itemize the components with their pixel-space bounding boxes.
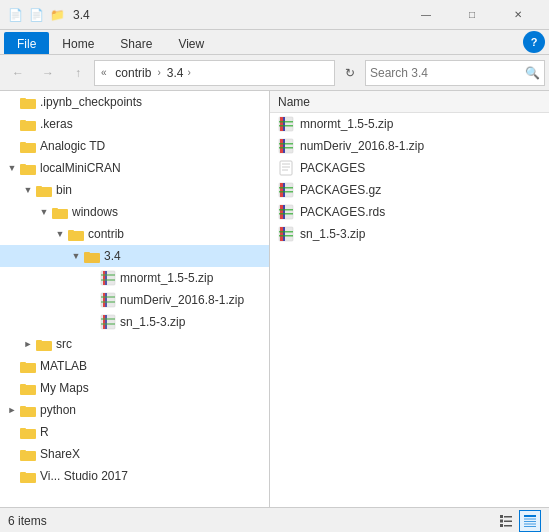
minimize-button[interactable]: —: [403, 0, 449, 30]
address-bar[interactable]: « contrib › 3.4 ›: [94, 60, 335, 86]
expand-icon-34[interactable]: ▼: [68, 248, 84, 264]
zip-icon-file-numDeriv: [278, 138, 294, 154]
svg-rect-32: [36, 340, 42, 344]
refresh-button[interactable]: ↻: [337, 60, 363, 86]
svg-rect-82: [524, 521, 536, 522]
tree-item-sharex[interactable]: ShareX: [0, 443, 269, 465]
breadcrumb-34[interactable]: 3.4: [167, 66, 184, 80]
breadcrumb-contrib[interactable]: contrib: [115, 66, 151, 80]
file-item-packages[interactable]: PACKAGES: [270, 157, 549, 179]
window-title: 3.4: [73, 8, 403, 22]
up-button[interactable]: ↑: [64, 59, 92, 87]
maximize-button[interactable]: □: [449, 0, 495, 30]
details-view-button[interactable]: [519, 510, 541, 532]
list-view-button[interactable]: [495, 510, 517, 532]
svg-rect-30: [101, 323, 115, 325]
tree-item-contrib[interactable]: ▼ contrib: [0, 223, 269, 245]
file-list-panel: Name mnormt_1.5-5.zip: [270, 91, 549, 507]
tree-item-keras[interactable]: .keras: [0, 113, 269, 135]
expand-icon-bin[interactable]: ▼: [20, 182, 36, 198]
svg-rect-81: [524, 518, 536, 519]
tree-label-localMiniCRAN: localMiniCRAN: [40, 161, 121, 175]
tree-item-bin[interactable]: ▼ bin: [0, 179, 269, 201]
tree-item-r[interactable]: R: [0, 421, 269, 443]
expand-icon-windows[interactable]: ▼: [36, 204, 52, 220]
tree-item-ipynb[interactable]: .ipynb_checkpoints: [0, 91, 269, 113]
window-controls: — □ ✕: [403, 0, 541, 30]
tree-item-file-mnormt[interactable]: mnormt_1.5-5.zip: [0, 267, 269, 289]
file-item-packagesrds[interactable]: PACKAGES.rds: [270, 201, 549, 223]
file-item-sn[interactable]: sn_1.5-3.zip: [270, 223, 549, 245]
help-button[interactable]: ?: [523, 31, 545, 53]
tree-item-file-numDeriv[interactable]: numDeriv_2016.8-1.zip: [0, 289, 269, 311]
folder-icon-34: [84, 248, 100, 264]
tree-item-visualstudio[interactable]: Vi... Studio 2017: [0, 465, 269, 487]
tree-item-mymaps[interactable]: My Maps: [0, 377, 269, 399]
tab-home[interactable]: Home: [49, 32, 107, 54]
svg-rect-52: [283, 139, 285, 153]
search-icon[interactable]: 🔍: [525, 66, 540, 80]
svg-rect-19: [101, 274, 115, 276]
svg-rect-47: [283, 117, 285, 131]
zip-icon-file-packagesrds: [278, 204, 294, 220]
folder-icon-matlab: [20, 358, 36, 374]
file-icon-1: 📄: [8, 8, 23, 22]
svg-rect-66: [283, 205, 285, 219]
tab-share[interactable]: Share: [107, 32, 165, 54]
zip-icon-file-sn: [278, 226, 294, 242]
file-item-numDeriv[interactable]: numDeriv_2016.8-1.zip: [270, 135, 549, 157]
svg-rect-62: [279, 187, 293, 189]
svg-rect-29: [101, 318, 115, 320]
tree-item-file-sn[interactable]: sn_1.5-3.zip: [0, 311, 269, 333]
svg-rect-63: [279, 191, 293, 193]
tree-label-mymaps: My Maps: [40, 381, 89, 395]
tree-item-windows[interactable]: ▼ windows: [0, 201, 269, 223]
folder-icon-visualstudio: [20, 468, 36, 484]
tree-item-localMiniCRAN[interactable]: ▼ localMiniCRAN: [0, 157, 269, 179]
back-button[interactable]: ←: [4, 59, 32, 87]
folder-icon-localMiniCRAN: [20, 160, 36, 176]
file-item-packagesgz[interactable]: PACKAGES.gz: [270, 179, 549, 201]
svg-rect-9: [36, 186, 42, 190]
folder-icon-contrib: [68, 226, 84, 242]
svg-rect-15: [84, 252, 90, 256]
tree-item-analogic[interactable]: Analogic TD: [0, 135, 269, 157]
tree-item-src[interactable]: ► src: [0, 333, 269, 355]
forward-button[interactable]: →: [34, 59, 62, 87]
svg-rect-1: [20, 98, 26, 102]
svg-rect-83: [524, 523, 536, 524]
tree-item-34[interactable]: ▼ 3.4: [0, 245, 269, 267]
svg-rect-40: [20, 428, 26, 432]
title-bar-icons: 📄 📄 📁: [8, 8, 65, 22]
svg-rect-49: [279, 125, 293, 127]
expand-icon-localMiniCRAN[interactable]: ▼: [4, 160, 20, 176]
ribbon-tabs: File Home Share View ?: [0, 30, 549, 54]
address-chevron[interactable]: ›: [187, 67, 190, 78]
svg-rect-28: [105, 315, 107, 329]
svg-rect-25: [101, 301, 115, 303]
expand-icon-src[interactable]: ►: [20, 336, 36, 352]
close-button[interactable]: ✕: [495, 0, 541, 30]
file-item-mnormt[interactable]: mnormt_1.5-5.zip: [270, 113, 549, 135]
tree-item-python[interactable]: ► python: [0, 399, 269, 421]
folder-icon-bin: [36, 182, 52, 198]
search-box[interactable]: 🔍: [365, 60, 545, 86]
tree-label-bin: bin: [56, 183, 72, 197]
folder-icon-keras: [20, 116, 36, 132]
expand-icon-python[interactable]: ►: [4, 402, 20, 418]
zip-icon-file-packagesgz: [278, 182, 294, 198]
folder-icon-src: [36, 336, 52, 352]
tree-item-matlab[interactable]: MATLAB: [0, 355, 269, 377]
zip-icon-file-mnormt: [278, 116, 294, 132]
tree-label-file-numDeriv: numDeriv_2016.8-1.zip: [120, 293, 244, 307]
svg-rect-23: [105, 293, 107, 307]
search-input[interactable]: [370, 66, 525, 80]
svg-rect-36: [20, 384, 26, 388]
expand-icon-contrib[interactable]: ▼: [52, 226, 68, 242]
svg-rect-67: [279, 209, 293, 211]
tab-file[interactable]: File: [4, 32, 49, 54]
column-name: Name: [278, 95, 541, 109]
svg-rect-77: [504, 516, 512, 518]
tab-view[interactable]: View: [165, 32, 217, 54]
svg-rect-84: [524, 526, 536, 527]
